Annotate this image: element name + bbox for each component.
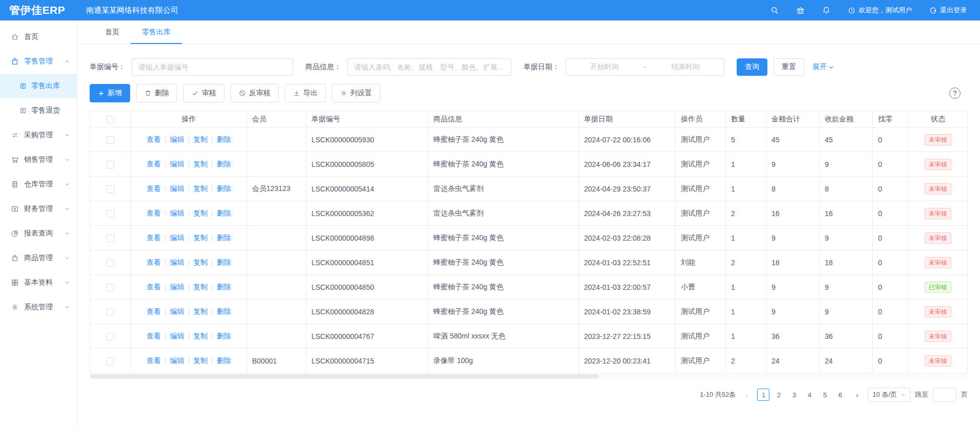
row-action-delete[interactable]: 删除 xyxy=(217,233,231,242)
row-action-copy[interactable]: 复制 xyxy=(193,356,207,365)
scrollbar-thumb[interactable] xyxy=(90,374,599,378)
date-range-picker[interactable]: 开始时间 ~ 结束时间 xyxy=(566,58,724,76)
row-bill-no: LSCK00000004850 xyxy=(306,275,428,300)
row-action-delete[interactable]: 删除 xyxy=(217,356,231,365)
chevron-down-icon xyxy=(65,255,70,261)
horizontal-scrollbar[interactable] xyxy=(90,374,967,379)
sidebar-item-warehouse-management[interactable]: 仓库管理 xyxy=(0,172,77,197)
sidebar-item-finance-management[interactable]: 财务管理 xyxy=(0,197,77,221)
row-action-view[interactable]: 查看 xyxy=(147,283,161,291)
welcome-user[interactable]: 欢迎您，测试用户 xyxy=(848,6,912,15)
row-action-delete[interactable]: 删除 xyxy=(217,258,231,266)
next-page-arrow[interactable]: › xyxy=(851,389,863,401)
row-action-edit[interactable]: 编辑 xyxy=(170,184,184,193)
row-action-view[interactable]: 查看 xyxy=(147,356,161,365)
page-content: 单据编号： 商品信息： 单据日期： 开始时间 ~ 结束时间 xyxy=(77,44,980,427)
row-action-copy[interactable]: 复制 xyxy=(193,307,207,315)
page-number-1[interactable]: 1 xyxy=(757,389,769,401)
row-action-view[interactable]: 查看 xyxy=(147,160,161,168)
search-button[interactable]: 查询 xyxy=(737,58,767,76)
row-checkbox[interactable] xyxy=(107,210,114,218)
row-action-delete[interactable]: 删除 xyxy=(217,209,231,217)
add-button[interactable]: 新增 xyxy=(90,84,130,102)
row-action-edit[interactable]: 编辑 xyxy=(170,356,184,365)
bell-icon[interactable] xyxy=(822,6,830,14)
row-checkbox[interactable] xyxy=(107,284,114,291)
row-checkbox[interactable] xyxy=(107,161,114,168)
row-checkbox[interactable] xyxy=(107,185,114,193)
column-settings-button[interactable]: 列设置 xyxy=(332,84,380,102)
row-action-edit[interactable]: 编辑 xyxy=(170,233,184,242)
row-action-copy[interactable]: 复制 xyxy=(193,160,207,168)
bank-icon[interactable] xyxy=(796,6,805,15)
export-button[interactable]: 导出 xyxy=(285,84,326,102)
sidebar-item-retail-outbound[interactable]: 零售出库 xyxy=(0,74,77,98)
sidebar-item-report-query[interactable]: 报表查询 xyxy=(0,221,77,246)
sidebar-item-label: 基本资料 xyxy=(24,278,53,287)
row-action-copy[interactable]: 复制 xyxy=(193,258,207,266)
tab-home[interactable]: 首页 xyxy=(94,21,131,44)
row-action-edit[interactable]: 编辑 xyxy=(170,283,184,291)
audit-button[interactable]: 审核 xyxy=(183,84,224,102)
goods-info-input[interactable] xyxy=(347,58,511,76)
row-action-edit[interactable]: 编辑 xyxy=(170,160,184,168)
row-action-copy[interactable]: 复制 xyxy=(193,135,207,143)
sidebar-item-retail-management[interactable]: 零售管理 xyxy=(0,49,77,74)
row-action-copy[interactable]: 复制 xyxy=(193,233,207,242)
row-action-delete[interactable]: 删除 xyxy=(217,135,231,143)
jump-to-input[interactable] xyxy=(933,388,956,402)
sidebar-item-retail-return[interactable]: 零售退货 xyxy=(0,98,77,123)
tab-retail-outbound[interactable]: 零售出库 xyxy=(131,21,182,44)
sidebar-item-basic-data[interactable]: 基本资料 xyxy=(0,270,77,295)
row-action-edit[interactable]: 编辑 xyxy=(170,258,184,266)
row-action-copy[interactable]: 复制 xyxy=(193,209,207,217)
reset-button[interactable]: 重置 xyxy=(774,58,804,76)
row-checkbox[interactable] xyxy=(107,333,114,340)
unaudit-button[interactable]: 反审核 xyxy=(231,84,279,102)
search-icon[interactable] xyxy=(770,6,779,14)
row-action-edit[interactable]: 编辑 xyxy=(170,307,184,315)
help-icon[interactable]: ? xyxy=(949,88,961,99)
row-checkbox[interactable] xyxy=(107,136,114,144)
page-number-2[interactable]: 2 xyxy=(773,389,785,401)
logout-button[interactable]: 退出登录 xyxy=(929,6,967,15)
row-checkbox[interactable] xyxy=(107,357,114,365)
row-action-copy[interactable]: 复制 xyxy=(193,332,207,340)
row-action-view[interactable]: 查看 xyxy=(147,258,161,266)
row-action-delete[interactable]: 删除 xyxy=(217,332,231,340)
select-all-checkbox[interactable] xyxy=(107,116,114,123)
row-action-edit[interactable]: 编辑 xyxy=(170,332,184,340)
row-checkbox[interactable] xyxy=(107,308,114,316)
row-bill-no: LSCK00000005930 xyxy=(306,127,428,152)
expand-filters-link[interactable]: 展开 xyxy=(812,62,834,72)
row-action-view[interactable]: 查看 xyxy=(147,233,161,242)
row-checkbox[interactable] xyxy=(107,234,114,242)
row-action-view[interactable]: 查看 xyxy=(147,209,161,217)
page-size-select[interactable]: 10 条/页 xyxy=(868,388,910,402)
row-checkbox[interactable] xyxy=(107,259,114,267)
row-action-delete[interactable]: 删除 xyxy=(217,283,231,291)
row-action-copy[interactable]: 复制 xyxy=(193,283,207,291)
row-action-view[interactable]: 查看 xyxy=(147,135,161,143)
row-action-view[interactable]: 查看 xyxy=(147,332,161,340)
sidebar-item-system-management[interactable]: 系统管理 xyxy=(0,295,77,319)
row-action-edit[interactable]: 编辑 xyxy=(170,209,184,217)
delete-button[interactable]: 删除 xyxy=(136,84,177,102)
row-action-copy[interactable]: 复制 xyxy=(193,184,207,193)
sidebar-item-sales-management[interactable]: 销售管理 xyxy=(0,147,77,172)
sidebar-item-home[interactable]: 首页 xyxy=(0,25,77,49)
sidebar-item-goods-management[interactable]: 商品管理 xyxy=(0,246,77,270)
row-action-view[interactable]: 查看 xyxy=(147,307,161,315)
page-number-6[interactable]: 6 xyxy=(834,389,846,401)
bill-no-input[interactable] xyxy=(132,58,293,76)
page-number-5[interactable]: 5 xyxy=(819,389,831,401)
row-action-view[interactable]: 查看 xyxy=(147,184,161,193)
row-action-delete[interactable]: 删除 xyxy=(217,160,231,168)
page-number-3[interactable]: 3 xyxy=(788,389,800,401)
row-action-edit[interactable]: 编辑 xyxy=(170,135,184,143)
sidebar-item-purchase-management[interactable]: 采购管理 xyxy=(0,123,77,147)
prev-page-arrow[interactable]: ‹ xyxy=(740,389,753,401)
row-action-delete[interactable]: 删除 xyxy=(217,307,231,315)
row-action-delete[interactable]: 删除 xyxy=(217,184,231,193)
page-number-4[interactable]: 4 xyxy=(803,389,816,401)
